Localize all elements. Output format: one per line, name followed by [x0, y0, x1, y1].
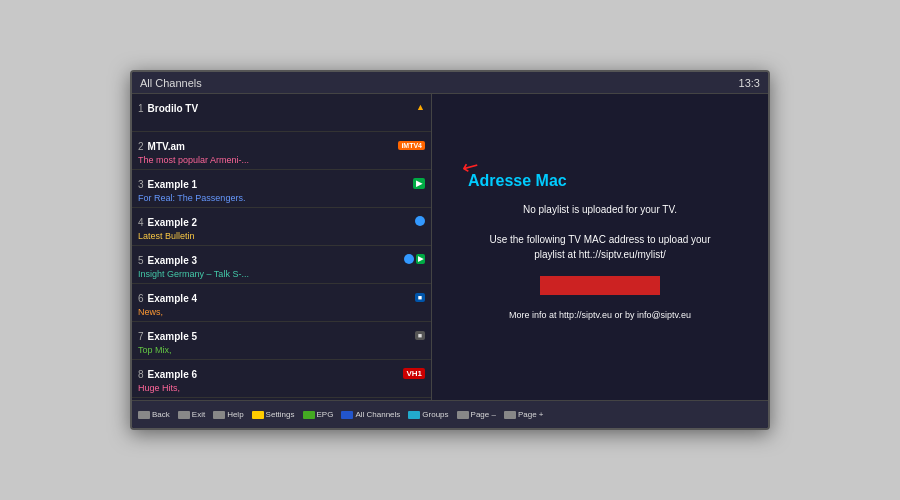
back-icon: [138, 411, 150, 419]
channel-logo: ■: [415, 293, 425, 302]
channel-logo: ▲: [416, 102, 425, 112]
channel-logo: iMTV4: [398, 141, 425, 150]
settings-button[interactable]: Settings: [252, 410, 295, 419]
epg-button[interactable]: EPG: [303, 410, 334, 419]
list-item[interactable]: 1Brodilo TV ▲: [132, 94, 431, 132]
all-channels-icon: [341, 411, 353, 419]
list-item[interactable]: 3Example 1 ▶ For Real: The Passengers.: [132, 170, 431, 208]
page-minus-icon: [457, 411, 469, 419]
list-item[interactable]: 5Example 3 ▶ Insight Germany – Talk S-..…: [132, 246, 431, 284]
bottom-bar: Back Exit Help Settings EPG All Channels…: [132, 400, 768, 428]
settings-icon: [252, 411, 264, 419]
channel-logo: VH1: [403, 368, 425, 379]
top-bar-time: 13:3: [739, 77, 760, 89]
help-icon: [213, 411, 225, 419]
list-item[interactable]: 8Example 6 VH1 Huge Hits,: [132, 360, 431, 398]
exit-icon: [178, 411, 190, 419]
tv-frame: All Channels 13:3 1Brodilo TV ▲ 2MTV.am …: [130, 70, 770, 430]
channel-icon: [415, 216, 425, 226]
channel-logo: ▶: [416, 254, 425, 264]
groups-icon: [408, 411, 420, 419]
list-item[interactable]: 4Example 2 Latest Bulletin: [132, 208, 431, 246]
list-item[interactable]: 2MTV.am iMTV4 The most popular Armeni-..…: [132, 132, 431, 170]
list-item[interactable]: 7Example 5 ■ Top Mix,: [132, 322, 431, 360]
groups-button[interactable]: Groups: [408, 410, 448, 419]
exit-button[interactable]: Exit: [178, 410, 205, 419]
list-item[interactable]: 6Example 4 ■ News,: [132, 284, 431, 322]
channel-logo: ■: [415, 331, 425, 340]
channel-logo: ▶: [413, 178, 425, 189]
page-minus-button[interactable]: Page –: [457, 410, 496, 419]
top-bar-title: All Channels: [140, 77, 202, 89]
channel-icon: [404, 254, 414, 264]
right-panel: ↙ Adresse Mac No playlist is uploaded fo…: [432, 94, 768, 400]
more-info-text: More info at http://siptv.eu or by info@…: [509, 309, 691, 323]
top-bar: All Channels 13:3: [132, 72, 768, 94]
page-plus-button[interactable]: Page +: [504, 410, 544, 419]
mac-address-label: Adresse Mac: [468, 172, 567, 190]
channel-list: 1Brodilo TV ▲ 2MTV.am iMTV4 The most pop…: [132, 94, 432, 400]
page-plus-icon: [504, 411, 516, 419]
mac-value-box: [540, 276, 660, 295]
epg-icon: [303, 411, 315, 419]
main-content: 1Brodilo TV ▲ 2MTV.am iMTV4 The most pop…: [132, 94, 768, 400]
no-playlist-text: No playlist is uploaded for your TV. Use…: [489, 202, 710, 262]
back-button[interactable]: Back: [138, 410, 170, 419]
help-button[interactable]: Help: [213, 410, 243, 419]
all-channels-button[interactable]: All Channels: [341, 410, 400, 419]
